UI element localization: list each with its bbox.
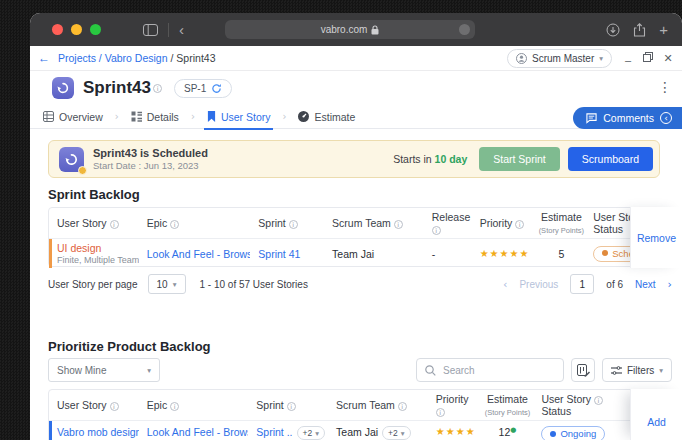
share-icon[interactable]	[633, 23, 646, 37]
tab-details[interactable]: Details	[128, 105, 182, 129]
back-arrow-icon[interactable]	[38, 51, 50, 65]
top-bar: Projects / Vabro Design / Sprint43 Scrum…	[30, 46, 682, 71]
banner-title: Sprint43 is Scheduled	[93, 147, 208, 159]
grid-icon	[43, 111, 54, 122]
search-input[interactable]	[441, 364, 551, 377]
status-dot-icon	[550, 431, 556, 437]
url-bar[interactable]: vabro.com	[225, 20, 475, 39]
sprint-code-label: SP-1	[184, 83, 206, 94]
more-sprints-pill[interactable]: +2	[297, 426, 325, 440]
tab-bar: Overview Details User Story Estimate Com…	[30, 105, 682, 129]
next-button[interactable]: Next	[635, 279, 656, 290]
clock-badge-icon	[78, 166, 87, 175]
downloads-icon[interactable]	[606, 23, 620, 37]
minimize-traffic-icon[interactable]	[71, 24, 82, 35]
collapse-chevron-icon[interactable]	[660, 112, 672, 124]
cell-status[interactable]: Ongoing	[533, 426, 625, 440]
row-accent	[49, 421, 52, 440]
browser-back-icon[interactable]: ‹	[179, 22, 184, 37]
close-traffic-icon[interactable]	[52, 24, 63, 35]
banner-subtitle: Start Date : Jun 13, 2023	[93, 160, 208, 171]
url-text: vabro.com	[321, 24, 368, 35]
info-icon	[110, 220, 119, 229]
comment-icon	[586, 113, 597, 124]
table-header-row: User Story Epic Sprint Scrum Team Releas…	[49, 208, 659, 238]
page-input[interactable]	[572, 279, 592, 290]
breadcrumb[interactable]: Projects / Vabro Design	[58, 52, 168, 64]
info-icon	[170, 220, 179, 229]
zoom-traffic-icon[interactable]	[90, 24, 101, 35]
per-page-select[interactable]: 10	[148, 274, 186, 294]
gauge-icon	[298, 111, 309, 122]
traffic-lights	[52, 24, 101, 35]
info-icon	[436, 408, 445, 417]
page-input-box[interactable]	[570, 274, 594, 294]
browser-chrome: ‹ vabro.com +	[30, 13, 682, 46]
remove-link[interactable]: Remove	[637, 232, 676, 244]
bookmark-icon	[207, 111, 216, 122]
new-tab-icon[interactable]: +	[659, 22, 668, 37]
col-sprint: Sprint	[250, 217, 324, 229]
product-backlog-controls: Show Mine Filters	[48, 358, 672, 382]
cell-user-story-sub: Finite, Multiple Team	[57, 255, 139, 265]
filters-button[interactable]: Filters	[602, 358, 672, 382]
window-minimize-icon[interactable]	[621, 55, 635, 66]
tab-estimate[interactable]: Estimate	[295, 105, 358, 129]
priority-stars[interactable]: ★★★★★	[472, 248, 530, 259]
cell-estimate: 5	[529, 248, 585, 260]
add-link[interactable]: Add	[647, 416, 666, 428]
info-icon	[515, 220, 524, 229]
cell-user-story[interactable]: UI design Finite, Multiple Team	[49, 242, 139, 265]
cell-sprint[interactable]: Sprint 41	[250, 248, 324, 260]
chevron-separator-icon	[282, 111, 286, 122]
scrumboard-button[interactable]: Scrumboard	[568, 147, 653, 171]
board-edit-button[interactable]	[571, 358, 595, 382]
sidebar-toggle-icon[interactable]	[143, 24, 158, 36]
page-title: Sprint43	[83, 78, 151, 98]
countdown-value: 10 day	[435, 153, 468, 165]
tab-estimate-label: Estimate	[314, 111, 355, 123]
row-accent	[49, 239, 52, 268]
next-chevron-icon[interactable]	[668, 278, 672, 291]
page-of-label: of 6	[606, 279, 623, 290]
col-user-story: User Story	[49, 217, 139, 229]
cell-sprint[interactable]: Sprint ..+2	[248, 426, 328, 440]
sprint-icon	[59, 147, 84, 172]
refresh-icon	[211, 83, 222, 94]
cell-scrum-team[interactable]: Team Jai+2	[328, 426, 428, 440]
more-teams-pill[interactable]: +2	[382, 426, 410, 440]
cell-user-story[interactable]: Vabro mob design Recurring, Multiple Tea…	[49, 426, 139, 440]
cell-epic[interactable]: Look And Feel - Browser V2	[139, 248, 251, 260]
previous-button[interactable]: Previous	[519, 279, 558, 290]
sprint-code-badge[interactable]: SP-1	[174, 79, 232, 98]
start-sprint-button[interactable]: Start Sprint	[479, 147, 560, 171]
prev-chevron-icon[interactable]	[503, 278, 507, 291]
window-close-icon[interactable]	[661, 53, 675, 64]
col-epic: Epic	[139, 217, 251, 229]
show-mine-select[interactable]: Show Mine	[48, 358, 160, 382]
kebab-menu-icon[interactable]	[658, 79, 672, 95]
search-box[interactable]	[416, 358, 564, 382]
chevron-separator-icon	[191, 111, 195, 122]
range-text: 1 - 10 of 57 User Stories	[200, 279, 308, 290]
sprint-backlog-table: User Story Epic Sprint Scrum Team Releas…	[48, 207, 660, 267]
chevron-down-icon	[401, 429, 405, 438]
tab-user-story[interactable]: User Story	[204, 105, 274, 129]
status-dot-icon	[602, 250, 608, 256]
chevron-down-icon	[147, 366, 151, 375]
priority-stars[interactable]: ★★★★★	[428, 426, 474, 437]
col-scrum-team: Scrum Team	[324, 217, 424, 229]
reader-mode-icon[interactable]	[459, 24, 470, 35]
cell-epic[interactable]: Look And Feel - Browser V2	[139, 426, 249, 438]
comments-button[interactable]: Comments	[573, 107, 682, 129]
cell-scrum-team: Team Jai	[324, 248, 424, 260]
table-row: Vabro mob design Recurring, Multiple Tea…	[49, 420, 659, 440]
window-restore-icon[interactable]	[641, 52, 655, 64]
role-selector[interactable]: Scrum Master	[507, 49, 612, 68]
chrome-divider	[168, 23, 169, 37]
col-priority: Priority	[472, 217, 530, 229]
per-page-label: User Story per page	[48, 279, 138, 290]
sprint-backlog-heading: Sprint Backlog	[48, 187, 140, 202]
status-badge: Ongoing	[541, 426, 605, 440]
tab-overview[interactable]: Overview	[40, 105, 106, 129]
